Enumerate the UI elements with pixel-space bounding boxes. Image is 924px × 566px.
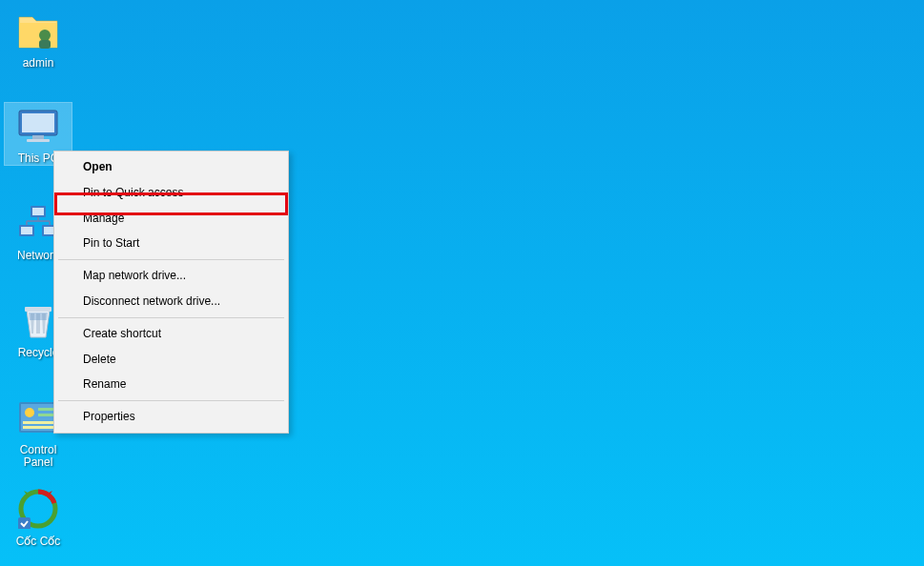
menu-separator bbox=[58, 259, 284, 260]
svg-rect-11 bbox=[21, 227, 32, 234]
svg-marker-23 bbox=[29, 313, 48, 320]
svg-rect-3 bbox=[39, 40, 51, 49]
folder-user-icon bbox=[15, 8, 61, 53]
svg-rect-30 bbox=[23, 426, 53, 429]
svg-rect-9 bbox=[32, 208, 44, 215]
svg-marker-1 bbox=[19, 23, 57, 48]
svg-rect-7 bbox=[27, 139, 50, 142]
menu-item-open[interactable]: Open bbox=[56, 154, 286, 180]
menu-item-rename[interactable]: Rename bbox=[56, 372, 286, 397]
desktop-icon-label: admin bbox=[23, 57, 54, 70]
desktop-icon-admin[interactable]: admin bbox=[5, 8, 72, 70]
svg-rect-29 bbox=[23, 421, 53, 424]
menu-separator bbox=[58, 317, 284, 318]
menu-item-properties[interactable]: Properties bbox=[56, 404, 286, 430]
desktop-icon-label: This PC bbox=[18, 152, 59, 165]
menu-item-map-network-drive[interactable]: Map network drive... bbox=[56, 263, 286, 289]
svg-rect-19 bbox=[25, 307, 51, 312]
menu-item-create-shortcut[interactable]: Create shortcut bbox=[56, 321, 286, 347]
svg-rect-6 bbox=[32, 135, 44, 139]
svg-rect-32 bbox=[18, 517, 31, 529]
this-pc-icon bbox=[15, 103, 61, 149]
menu-item-pin-quick-access[interactable]: Pin to Quick access bbox=[56, 180, 286, 206]
context-menu: Open Pin to Quick access Manage Pin to S… bbox=[53, 151, 289, 434]
desktop-icon-label: Recycle bbox=[18, 347, 59, 359]
svg-point-26 bbox=[25, 408, 34, 417]
svg-rect-28 bbox=[38, 414, 53, 416]
svg-rect-5 bbox=[22, 113, 54, 132]
desktop-icon-label: Cốc Cốc bbox=[16, 536, 61, 548]
svg-rect-27 bbox=[38, 408, 53, 411]
svg-point-2 bbox=[39, 30, 51, 41]
desktop-icon-label: Control Panel bbox=[5, 444, 72, 469]
coc-coc-icon bbox=[15, 486, 61, 532]
menu-item-manage[interactable]: Manage bbox=[56, 206, 286, 232]
menu-separator bbox=[58, 400, 284, 401]
menu-item-delete[interactable]: Delete bbox=[56, 347, 286, 373]
menu-item-disconnect-network-drive[interactable]: Disconnect network drive... bbox=[56, 289, 286, 314]
menu-item-pin-start[interactable]: Pin to Start bbox=[56, 231, 286, 256]
desktop-icon-coc-coc[interactable]: Cốc Cốc bbox=[5, 486, 72, 548]
